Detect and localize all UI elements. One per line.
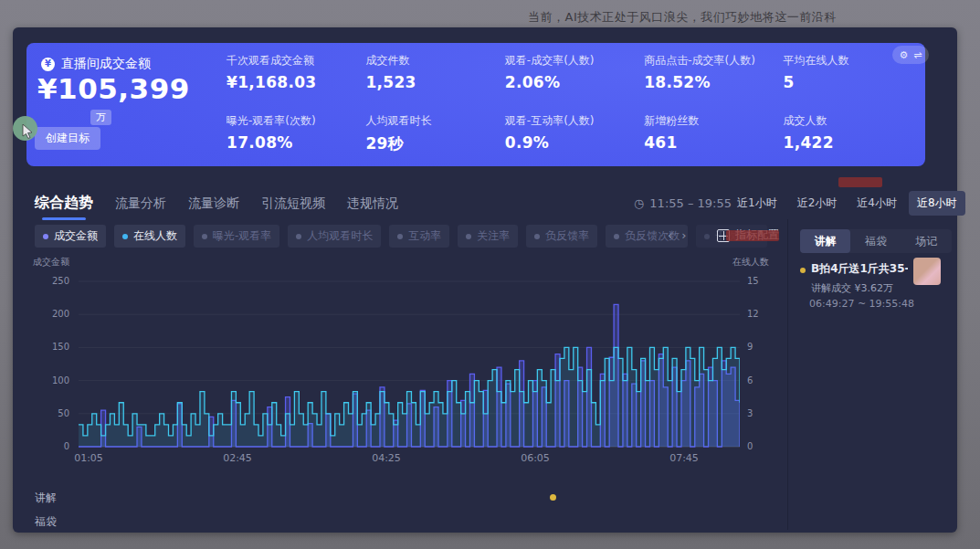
coin-icon: ¥ (41, 58, 55, 71)
time-opt-1h[interactable]: 近1小时 (729, 191, 785, 216)
side-tab-log[interactable]: 场记 (901, 229, 952, 253)
time-opt-2h[interactable]: 近2小时 (789, 191, 846, 216)
item-bullet-dot (800, 268, 806, 273)
kpi-metrics-grid: 千次观看成交金额¥1,168.03 成交件数1,523 观看-成交率(人数)2.… (227, 53, 922, 174)
lecture-marker-dot[interactable] (550, 494, 556, 501)
metric-cell: 曝光-观看率(次数)17.08% (227, 113, 365, 174)
red-annotation-mark (838, 177, 882, 187)
legend-gmv[interactable]: 成交金额 (35, 225, 106, 248)
side-tab-luckybag[interactable]: 福袋 (850, 229, 901, 253)
metric-cell: 观看-互动率(人数)0.9% (505, 113, 644, 174)
red-annotation-mark (726, 230, 779, 241)
tab-violations[interactable]: 违规情况 (347, 195, 398, 212)
trend-chart[interactable] (79, 272, 740, 449)
time-opt-8h[interactable]: 近8小时 (909, 191, 965, 216)
panel-divider (787, 219, 788, 530)
product-deal-amount: 讲解成交 ¥3.62万 (811, 281, 893, 295)
product-title[interactable]: B拍4斤送1斤共35-4... (811, 261, 908, 277)
tab-overall-trend[interactable]: 综合趋势 (35, 194, 93, 213)
side-panel-tabs: 讲解 福袋 场记 (800, 229, 952, 253)
gear-icon[interactable]: ⚙ (899, 50, 908, 60)
marker-row-lecture[interactable]: 讲解 (35, 491, 57, 506)
legend-interaction[interactable]: 互动率 (389, 225, 449, 248)
tab-short-video[interactable]: 引流短视频 (261, 195, 325, 212)
chart-legend: 成交金额 在线人数 曝光-观看率 人均观看时长 互动率 关注率 负反馈率 负反馈… (35, 225, 767, 248)
time-filter: 近1小时 近2小时 近4小时 近8小时 (729, 191, 965, 216)
metric-cell: 成交件数1,523 (365, 53, 504, 113)
metric-cell: 成交人数1,422 (784, 113, 922, 174)
kpi-main-value: ¥105,399 (37, 72, 190, 105)
legend-neg-feedback-rate[interactable]: 负反馈率 (526, 225, 597, 248)
tab-traffic-diagnosis[interactable]: 流量诊断 (188, 195, 239, 212)
right-axis-title: 在线人数 (732, 256, 769, 269)
product-time-range: 06:49:27 ~ 19:55:48 (809, 298, 914, 310)
create-goal-button[interactable]: 创建目标 (35, 127, 100, 150)
left-axis-title: 成交金额 (33, 256, 69, 269)
legend-exposure-view[interactable]: 曝光-观看率 (194, 225, 279, 248)
legend-follow[interactable]: 关注率 (458, 225, 518, 248)
metric-cell: 观看-成交率(人数)2.06% (505, 53, 644, 113)
metric-cell: 人均观看时长29秒 (365, 113, 504, 174)
product-thumbnail[interactable] (913, 258, 941, 285)
video-caption: 当前，AI技术正处于风口浪尖，我们巧妙地将这一前沿科 (528, 9, 837, 26)
kpi-main-title: ¥ 直播间成交金额 (41, 56, 151, 72)
time-opt-4h[interactable]: 近4小时 (848, 191, 905, 216)
metric-cell: 新增粉丝数461 (644, 113, 783, 174)
chevron-left-icon[interactable]: ‹ (668, 228, 672, 242)
marker-row-luckybag[interactable]: 福袋 (35, 514, 57, 530)
metric-cell: 千次观看成交金额¥1,168.03 (227, 53, 365, 113)
chevron-right-icon[interactable]: › (681, 228, 686, 242)
kpi-toolbox: ⚙ ⇌ (892, 46, 929, 64)
tab-traffic-analysis[interactable]: 流量分析 (115, 195, 166, 212)
time-range: ◷ 11:55 – 19:55 (634, 196, 732, 210)
screen: 当前，AI技术正处于风口浪尖，我们巧妙地将这一前沿科 ¥ 直播间成交金额 ¥10… (0, 0, 980, 549)
mouse-cursor-highlight (13, 116, 37, 141)
section-tabs: 综合趋势 流量分析 流量诊断 引流短视频 违规情况 (35, 194, 398, 213)
metric-cell: 商品点击-成交率(人数)18.52% (644, 53, 783, 113)
legend-online[interactable]: 在线人数 (114, 225, 185, 248)
legend-pager: ‹ › (668, 228, 686, 242)
legend-avg-watch[interactable]: 人均观看时长 (288, 225, 381, 248)
clock-icon: ◷ (634, 196, 644, 210)
unit-badge: 万 (90, 110, 111, 125)
mouse-pointer-icon (22, 124, 34, 139)
swap-icon[interactable]: ⇌ (913, 50, 922, 60)
side-tab-lecture[interactable]: 讲解 (800, 229, 850, 253)
